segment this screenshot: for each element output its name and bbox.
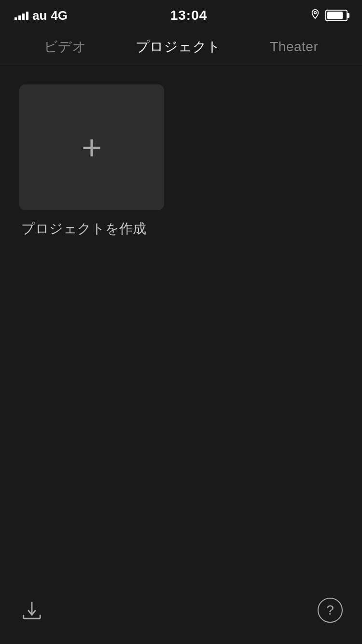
main-content: + プロジェクトを作成 bbox=[0, 65, 362, 257]
tab-theater[interactable]: Theater bbox=[264, 37, 324, 56]
signal-bar-2 bbox=[18, 15, 21, 20]
status-left: au 4G bbox=[14, 8, 68, 23]
battery-icon bbox=[325, 10, 348, 21]
create-project-label: プロジェクトを作成 bbox=[19, 220, 343, 238]
status-bar: au 4G 13:04 bbox=[0, 0, 362, 29]
create-project-card[interactable]: + bbox=[19, 84, 164, 210]
tab-projects[interactable]: プロジェクト bbox=[130, 36, 227, 58]
network-type-label: 4G bbox=[51, 8, 68, 23]
download-button[interactable] bbox=[19, 598, 44, 623]
plus-icon: + bbox=[82, 130, 102, 165]
tab-video[interactable]: ビデオ bbox=[38, 36, 93, 58]
status-right bbox=[310, 9, 348, 22]
signal-bar-1 bbox=[14, 17, 17, 20]
bottom-bar: ? bbox=[0, 586, 362, 644]
help-label: ? bbox=[326, 602, 334, 618]
tab-bar: ビデオ プロジェクト Theater bbox=[0, 29, 362, 65]
signal-bars bbox=[14, 11, 28, 20]
svg-point-0 bbox=[314, 12, 317, 14]
time-label: 13:04 bbox=[170, 8, 208, 23]
carrier-label: au bbox=[32, 8, 47, 23]
location-icon bbox=[310, 9, 320, 22]
help-button[interactable]: ? bbox=[318, 598, 343, 623]
signal-bar-4 bbox=[26, 12, 28, 20]
signal-bar-3 bbox=[22, 14, 25, 20]
